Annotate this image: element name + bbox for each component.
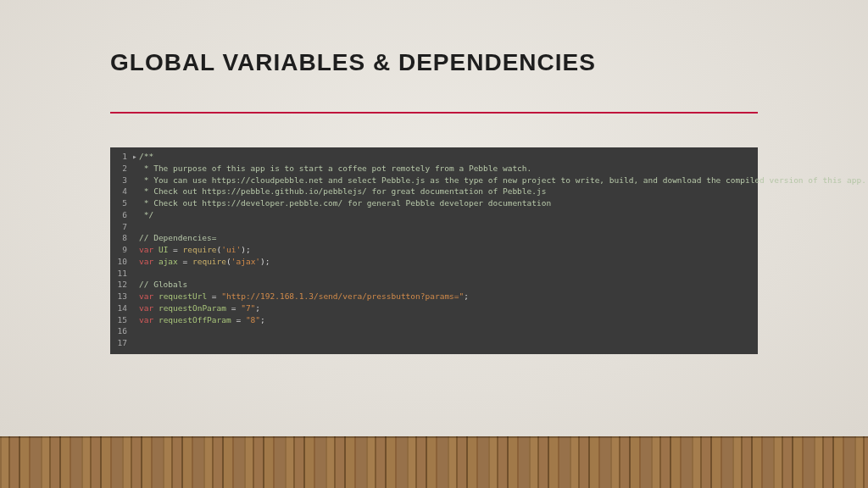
code-comment: /** bbox=[139, 152, 153, 161]
code-comment: * Check out https://developer.pebble.com… bbox=[139, 198, 551, 208]
code-comment: * You can use https://cloudpebble.net an… bbox=[139, 175, 866, 185]
code-block: 1▸/** 2 * The purpose of this app is to … bbox=[110, 147, 758, 354]
code-line: var requestOffParam = "8"; bbox=[139, 314, 758, 326]
code-comment: * The purpose of this app is to start a … bbox=[139, 164, 531, 173]
code-line: var requestUrl = "http://192.168.1.3/sen… bbox=[139, 291, 758, 302]
code-comment: // Dependencies= bbox=[139, 233, 217, 242]
code-comment: // Globals bbox=[139, 280, 187, 289]
divider bbox=[110, 112, 758, 114]
code-comment: */ bbox=[139, 210, 153, 219]
code-line: var requestOnParam = "7"; bbox=[139, 302, 758, 314]
code-comment: * Check out https://pebble.github.io/peb… bbox=[139, 186, 546, 196]
code-line: var ajax = require('ajax'); bbox=[139, 256, 758, 268]
code-line: var UI = require('ui'); bbox=[139, 244, 758, 256]
floor-decoration bbox=[0, 436, 868, 488]
slide-title: GLOBAL VARIABLES & DEPENDENCIES bbox=[110, 49, 868, 76]
